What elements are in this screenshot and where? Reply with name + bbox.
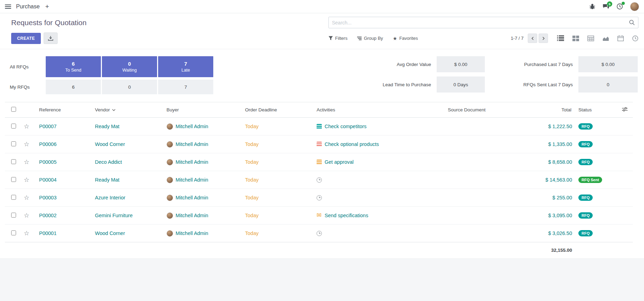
table-row[interactable]: ☆ P00002 Gemini Furniture Mitchell Admin… bbox=[5, 207, 633, 225]
buyer-link[interactable]: Mitchell Admin bbox=[176, 177, 208, 183]
messages-icon[interactable]: 5 bbox=[602, 3, 609, 10]
table-row[interactable]: ☆ P00001 Wood Corner Mitchell Admin Toda… bbox=[5, 225, 633, 242]
table-row[interactable]: ☆ P00007 Ready Mat Mitchell Admin Today … bbox=[5, 118, 633, 135]
favorite-star-icon[interactable]: ☆ bbox=[24, 212, 29, 219]
filters-button[interactable]: Filters bbox=[328, 36, 347, 41]
vendor-link[interactable]: Wood Corner bbox=[95, 230, 125, 236]
row-checkbox[interactable] bbox=[11, 159, 16, 164]
buyer-link[interactable]: Mitchell Admin bbox=[176, 213, 208, 218]
activity-tasks-icon[interactable] bbox=[317, 142, 322, 147]
pager-next-button[interactable] bbox=[539, 34, 548, 43]
table-row[interactable]: ☆ P00005 Deco Addict Mitchell Admin Toda… bbox=[5, 153, 633, 171]
pivot-view-icon[interactable] bbox=[587, 36, 594, 41]
favorite-star-icon[interactable]: ☆ bbox=[24, 159, 29, 166]
activity-text[interactable]: Get approval bbox=[325, 159, 354, 165]
row-checkbox[interactable] bbox=[11, 213, 16, 218]
select-all-checkbox[interactable] bbox=[11, 107, 16, 112]
reference-link[interactable]: P00006 bbox=[39, 141, 57, 147]
vendor-link[interactable]: Deco Addict bbox=[95, 159, 122, 165]
my-to-send-tile[interactable]: 6 bbox=[46, 80, 101, 94]
column-header-deadline[interactable]: Order Deadline bbox=[242, 102, 313, 118]
column-header-buyer[interactable]: Buyer bbox=[163, 102, 242, 118]
table-row[interactable]: ☆ P00004 Ready Mat Mitchell Admin Today … bbox=[5, 171, 633, 189]
favorites-button[interactable]: ★ Favorites bbox=[393, 36, 418, 41]
calendar-view-icon[interactable] bbox=[617, 35, 624, 41]
tile-waiting[interactable]: 0 Waiting bbox=[102, 56, 157, 77]
kanban-view-icon[interactable] bbox=[572, 36, 579, 41]
vendor-link[interactable]: Azure Interior bbox=[95, 195, 125, 200]
activity-tasks-icon[interactable] bbox=[317, 160, 322, 164]
plus-icon[interactable]: + bbox=[45, 3, 49, 10]
table-row[interactable]: ☆ P00006 Wood Corner Mitchell Admin Toda… bbox=[5, 135, 633, 153]
buyer-link[interactable]: Mitchell Admin bbox=[176, 230, 208, 236]
my-waiting-tile[interactable]: 0 bbox=[102, 80, 157, 94]
table-footer-row: 32,155.00 bbox=[5, 242, 633, 258]
debug-bug-icon[interactable] bbox=[589, 3, 595, 10]
column-header-status[interactable]: Status bbox=[575, 102, 617, 118]
table-header-row: Reference Vendor Buyer Order Deadline Ac… bbox=[5, 102, 633, 118]
column-header-vendor[interactable]: Vendor bbox=[91, 102, 163, 118]
reference-link[interactable]: P00007 bbox=[39, 124, 57, 129]
activities-count-badge bbox=[622, 2, 625, 5]
row-checkbox[interactable] bbox=[11, 230, 16, 235]
tile-late[interactable]: 7 Late bbox=[158, 56, 213, 77]
activity-tasks-icon[interactable] bbox=[317, 124, 322, 129]
buyer-link[interactable]: Mitchell Admin bbox=[176, 124, 208, 129]
favorite-star-icon[interactable]: ☆ bbox=[24, 230, 29, 237]
my-rfqs-label[interactable]: My RFQs bbox=[6, 85, 45, 90]
row-checkbox[interactable] bbox=[11, 195, 16, 200]
my-late-tile[interactable]: 7 bbox=[158, 80, 213, 94]
row-checkbox[interactable] bbox=[11, 177, 16, 182]
buyer-link[interactable]: Mitchell Admin bbox=[176, 195, 208, 200]
pager-previous-button[interactable] bbox=[528, 34, 537, 43]
activity-envelope-icon[interactable] bbox=[317, 213, 322, 218]
tile-to-send[interactable]: 6 To Send bbox=[46, 56, 101, 77]
reference-link[interactable]: P00003 bbox=[39, 195, 57, 200]
activity-view-icon[interactable] bbox=[632, 35, 638, 42]
search-icon[interactable] bbox=[629, 20, 635, 25]
user-avatar[interactable] bbox=[630, 2, 639, 11]
buyer-link[interactable]: Mitchell Admin bbox=[176, 159, 208, 165]
vendor-link[interactable]: Ready Mat bbox=[95, 124, 119, 129]
activity-clock-icon[interactable] bbox=[317, 195, 322, 200]
search-box[interactable] bbox=[328, 17, 638, 28]
status-badge: RFQ bbox=[578, 123, 593, 130]
apps-menu-icon[interactable] bbox=[5, 5, 11, 9]
create-button[interactable]: CREATE bbox=[11, 33, 41, 44]
favorite-star-icon[interactable]: ☆ bbox=[24, 194, 29, 201]
vendor-link[interactable]: Gemini Furniture bbox=[95, 213, 133, 218]
favorite-star-icon[interactable]: ☆ bbox=[24, 123, 29, 130]
group-by-button[interactable]: Group By bbox=[357, 36, 383, 41]
column-header-total[interactable]: Total bbox=[516, 102, 575, 118]
reference-link[interactable]: P00005 bbox=[39, 159, 57, 165]
buyer-link[interactable]: Mitchell Admin bbox=[176, 141, 208, 147]
list-view-icon[interactable] bbox=[557, 35, 564, 41]
graph-view-icon[interactable] bbox=[602, 36, 609, 41]
column-header-source[interactable]: Source Document bbox=[418, 102, 516, 118]
vendor-link[interactable]: Wood Corner bbox=[95, 141, 125, 147]
order-deadline: Today bbox=[245, 141, 259, 147]
app-name[interactable]: Purchase bbox=[16, 3, 40, 10]
reference-link[interactable]: P00004 bbox=[39, 177, 57, 183]
favorite-star-icon[interactable]: ☆ bbox=[24, 176, 29, 183]
reference-link[interactable]: P00001 bbox=[39, 230, 57, 236]
activity-text[interactable]: Check competitors bbox=[325, 124, 367, 129]
activity-clock-icon[interactable] bbox=[317, 231, 322, 236]
all-rfqs-label[interactable]: All RFQs bbox=[6, 64, 45, 69]
activity-text[interactable]: Send specifications bbox=[325, 213, 368, 218]
reference-link[interactable]: P00002 bbox=[39, 213, 57, 218]
activities-clock-icon[interactable] bbox=[616, 3, 623, 10]
row-checkbox[interactable] bbox=[11, 124, 16, 129]
export-button[interactable] bbox=[44, 32, 58, 44]
row-checkbox[interactable] bbox=[11, 141, 16, 146]
vendor-link[interactable]: Ready Mat bbox=[95, 177, 119, 183]
column-header-activities[interactable]: Activities bbox=[313, 102, 418, 118]
search-input[interactable] bbox=[332, 20, 629, 25]
table-row[interactable]: ☆ P00003 Azure Interior Mitchell Admin T… bbox=[5, 189, 633, 207]
activity-clock-icon[interactable] bbox=[317, 177, 322, 183]
activity-text[interactable]: Check optional products bbox=[325, 141, 379, 147]
optional-columns-icon[interactable] bbox=[617, 102, 633, 118]
favorite-star-icon[interactable]: ☆ bbox=[24, 141, 29, 148]
column-header-reference[interactable]: Reference bbox=[36, 102, 91, 118]
lead-time-label: Lead Time to Purchase bbox=[375, 82, 431, 87]
